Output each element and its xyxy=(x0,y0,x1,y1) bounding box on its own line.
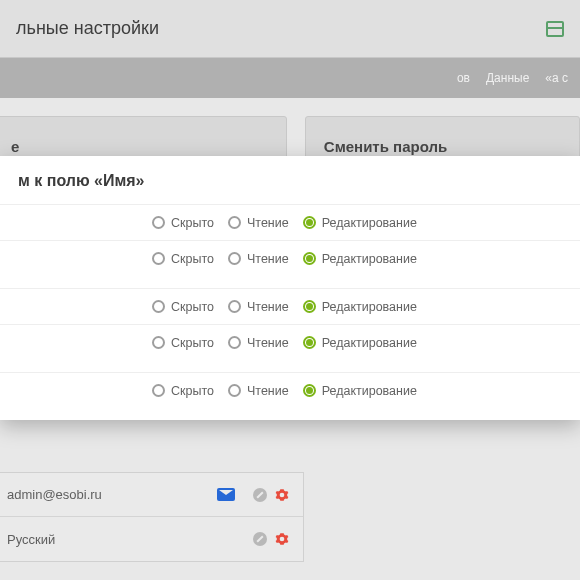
permission-row: Скрыто Чтение Редактирование xyxy=(0,372,580,408)
radio-icon xyxy=(228,216,241,229)
option-read[interactable]: Чтение xyxy=(228,252,289,266)
option-hidden[interactable]: Скрыто xyxy=(152,336,214,350)
email-label: admin@esobi.ru xyxy=(7,487,217,502)
radio-icon xyxy=(228,384,241,397)
radio-icon-selected xyxy=(303,384,316,397)
radio-icon xyxy=(152,252,165,265)
tab-bar: ов Данные «а с xyxy=(0,58,580,98)
permission-row: Скрыто Чтение Редактирование xyxy=(0,324,580,360)
disabled-icon xyxy=(253,488,267,502)
option-read[interactable]: Чтение xyxy=(228,384,289,398)
list-row-language[interactable]: Русский xyxy=(0,517,303,561)
header-bar: льные настройки xyxy=(0,0,580,58)
card-icon[interactable] xyxy=(546,21,564,37)
radio-icon xyxy=(228,336,241,349)
option-read[interactable]: Чтение xyxy=(228,300,289,314)
option-read[interactable]: Чтение xyxy=(228,336,289,350)
radio-icon xyxy=(228,252,241,265)
permission-row: Скрыто Чтение Редактирование xyxy=(0,288,580,324)
language-label: Русский xyxy=(7,532,253,547)
tab-data[interactable]: Данные xyxy=(486,71,529,85)
radio-icon xyxy=(228,300,241,313)
option-edit[interactable]: Редактирование xyxy=(303,384,417,398)
radio-icon-selected xyxy=(303,300,316,313)
option-edit[interactable]: Редактирование xyxy=(303,216,417,230)
option-edit[interactable]: Редактирование xyxy=(303,300,417,314)
radio-icon-selected xyxy=(303,216,316,229)
radio-icon xyxy=(152,216,165,229)
radio-icon xyxy=(152,336,165,349)
radio-icon-selected xyxy=(303,252,316,265)
gear-icon[interactable] xyxy=(275,488,289,502)
tab-right[interactable]: «а с xyxy=(545,71,568,85)
radio-icon xyxy=(152,384,165,397)
option-hidden[interactable]: Скрыто xyxy=(152,252,214,266)
mail-icon xyxy=(217,488,235,501)
permission-row: Скрыто Чтение Редактирование xyxy=(0,204,580,240)
list-row-email[interactable]: admin@esobi.ru xyxy=(0,473,303,517)
option-edit[interactable]: Редактирование xyxy=(303,252,417,266)
tab-left[interactable]: ов xyxy=(457,71,470,85)
option-read[interactable]: Чтение xyxy=(228,216,289,230)
option-hidden[interactable]: Скрыто xyxy=(152,300,214,314)
radio-icon-selected xyxy=(303,336,316,349)
radio-icon xyxy=(152,300,165,313)
disabled-icon xyxy=(253,532,267,546)
gear-icon[interactable] xyxy=(275,532,289,546)
modal-title: м к полю «Имя» xyxy=(0,156,580,204)
settings-list: admin@esobi.ru Русский xyxy=(0,472,304,562)
permissions-modal: м к полю «Имя» Скрыто Чтение Редактирова… xyxy=(0,156,580,420)
option-edit[interactable]: Редактирование xyxy=(303,336,417,350)
permission-row: Скрыто Чтение Редактирование xyxy=(0,240,580,276)
permission-rows: Скрыто Чтение Редактирование Скрыто Чтен… xyxy=(0,204,580,408)
page-title: льные настройки xyxy=(16,18,546,39)
option-hidden[interactable]: Скрыто xyxy=(152,216,214,230)
option-hidden[interactable]: Скрыто xyxy=(152,384,214,398)
